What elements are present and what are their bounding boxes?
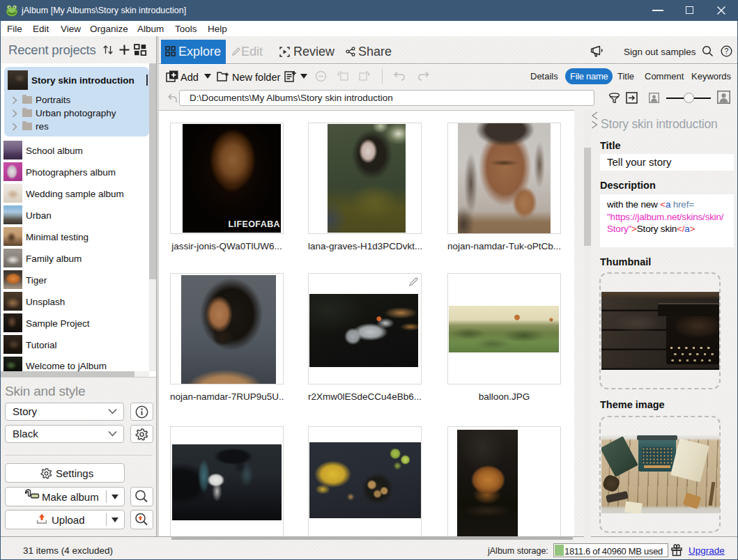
svg-text:?: ? — [725, 47, 729, 55]
